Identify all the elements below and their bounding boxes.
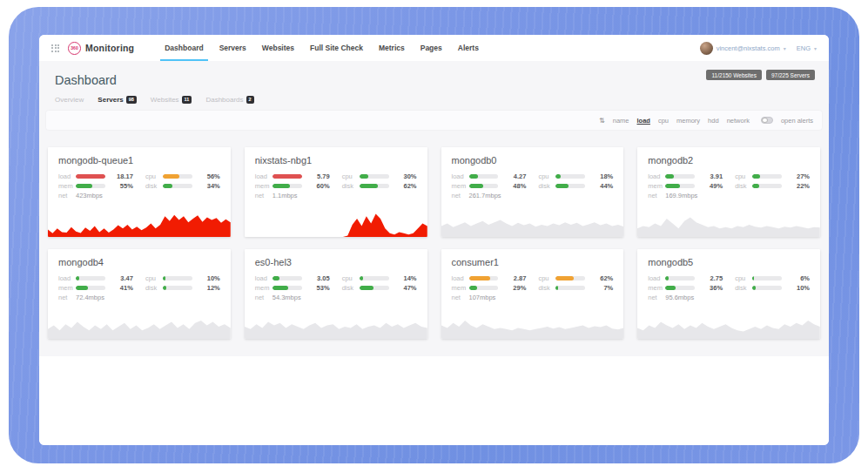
cpu-bar: [752, 174, 782, 179]
net-value: 72.4mbps: [76, 294, 104, 301]
mem-bar: [469, 286, 499, 290]
tab-servers[interactable]: Servers98: [98, 96, 136, 104]
load-value: 18.17: [111, 172, 133, 180]
nav-item-pages[interactable]: Pages: [413, 35, 450, 61]
net-value: 423mbps: [76, 192, 103, 199]
server-metrics: load 3.91 mem 49% net 169.9mbps cpu: [637, 172, 820, 200]
sort-option-load[interactable]: load: [637, 117, 650, 125]
load-bar: [273, 276, 302, 280]
server-card[interactable]: es0-hel3 load 3.05 mem 53% net 54.3mbps: [245, 249, 427, 339]
server-card[interactable]: mongodb2 load 3.91 mem 49% net 169.9mbps: [637, 147, 820, 237]
load-label: load: [58, 274, 76, 282]
server-card[interactable]: mongodb5 load 2.75 mem 36% net 95.6mbps: [637, 249, 820, 339]
server-card[interactable]: nixstats-nbg1 load 5.79 mem 60% net 1.1m…: [245, 147, 427, 237]
server-metrics: load 2.87 mem 29% net 107mbps cpu: [441, 274, 624, 302]
sparkline-chart: [441, 211, 624, 237]
nav-item-servers[interactable]: Servers: [212, 35, 254, 61]
logo[interactable]: 360 Monitoring: [68, 42, 134, 55]
server-card[interactable]: mongodb-queue1 load 18.17 mem 55% net 42…: [48, 147, 231, 237]
cpu-value: 27%: [787, 172, 810, 180]
server-card[interactable]: consumer1 load 2.87 mem 29% net 107mbps: [441, 249, 624, 339]
disk-value: 7%: [590, 284, 613, 292]
server-name: mongodb0: [441, 147, 624, 172]
load-label: load: [452, 274, 469, 282]
cpu-value: 14%: [394, 274, 417, 282]
mem-label: mem: [255, 182, 273, 190]
load-value: 2.87: [503, 274, 526, 282]
sort-icon[interactable]: ⇅: [599, 117, 605, 125]
net-value: 261.7mbps: [469, 192, 501, 199]
sort-option-hdd[interactable]: hdd: [708, 117, 719, 125]
nav-item-websites[interactable]: Websites: [254, 35, 302, 61]
disk-label: disk: [145, 284, 163, 292]
cpu-label: cpu: [342, 274, 360, 282]
disk-value: 12%: [198, 284, 220, 292]
sort-option-cpu[interactable]: cpu: [658, 117, 669, 125]
server-metrics: load 4.27 mem 48% net 261.7mbps cpu: [441, 172, 624, 200]
page-title: Dashboard: [55, 73, 117, 87]
disk-value: 10%: [787, 284, 810, 292]
dashboard-section: Dashboard 11/2150 Websites97/225 Servers…: [39, 61, 829, 356]
server-cards-grid: mongodb-queue1 load 18.17 mem 55% net 42…: [46, 130, 822, 339]
cpu-label: cpu: [145, 172, 163, 180]
apps-grid-icon[interactable]: [51, 44, 59, 52]
cpu-value: 18%: [590, 172, 613, 180]
disk-bar: [360, 286, 389, 290]
disk-value: 34%: [198, 182, 220, 190]
cpu-label: cpu: [538, 172, 555, 180]
page-header: Dashboard 11/2150 Websites97/225 Servers: [46, 61, 822, 87]
cpu-value: 56%: [198, 172, 220, 180]
disk-value: 47%: [394, 284, 417, 292]
sort-option-memory[interactable]: memory: [676, 117, 700, 125]
open-alerts-toggle[interactable]: [761, 117, 773, 124]
tab-label: Overview: [55, 96, 84, 104]
disk-bar: [752, 286, 782, 290]
tab-dashboards[interactable]: Dashboards2: [205, 96, 253, 104]
server-card[interactable]: mongodb0 load 4.27 mem 48% net 261.7mbps: [441, 147, 624, 237]
open-alerts-label[interactable]: open alerts: [781, 117, 813, 125]
sort-options: nameloadcpumemoryhddnetwork: [613, 117, 750, 125]
cpu-label: cpu: [145, 274, 163, 282]
nav-item-metrics[interactable]: Metrics: [371, 35, 413, 61]
load-value: 3.47: [111, 274, 133, 282]
summary-badges: 11/2150 Websites97/225 Servers: [706, 70, 815, 80]
sparkline-chart: [637, 211, 820, 237]
net-value: 54.3mbps: [273, 294, 301, 301]
disk-label: disk: [145, 182, 163, 190]
sparkline-chart: [48, 313, 231, 339]
tab-overview[interactable]: Overview: [55, 96, 84, 104]
chevron-down-icon: ▾: [814, 45, 817, 51]
net-label: net: [452, 192, 469, 199]
tab-websites[interactable]: Websites11: [151, 96, 192, 104]
nav-item-dashboard[interactable]: Dashboard: [157, 35, 211, 61]
mem-label: mem: [255, 284, 273, 292]
server-card[interactable]: mongodb4 load 3.47 mem 41% net 72.4mbps: [48, 249, 231, 339]
load-bar: [76, 174, 105, 179]
disk-label: disk: [342, 284, 360, 292]
disk-bar: [163, 286, 192, 290]
disk-label: disk: [735, 284, 752, 292]
avatar[interactable]: [700, 42, 713, 55]
mem-label: mem: [58, 284, 76, 292]
sort-option-name[interactable]: name: [613, 117, 629, 125]
user-email[interactable]: vincent@nixstats.com: [717, 44, 780, 52]
summary-badge[interactable]: 11/2150 Websites: [706, 70, 761, 80]
sort-filter-bar: ⇅ nameloadcpumemoryhddnetwork open alert…: [46, 111, 822, 130]
cpu-label: cpu: [538, 274, 555, 282]
summary-badge[interactable]: 97/225 Servers: [766, 70, 815, 80]
server-metrics: load 3.05 mem 53% net 54.3mbps cpu: [245, 274, 427, 302]
load-bar: [665, 174, 695, 179]
load-value: 4.27: [503, 172, 526, 180]
server-name: mongodb-queue1: [48, 147, 231, 172]
language-selector[interactable]: ENG: [797, 44, 811, 52]
sort-option-network[interactable]: network: [727, 117, 750, 125]
cpu-value: 30%: [394, 172, 417, 180]
load-label: load: [255, 172, 273, 180]
mem-bar: [469, 184, 499, 188]
server-name: es0-hel3: [245, 249, 427, 274]
mem-bar: [273, 286, 302, 290]
nav-item-full-site-check[interactable]: Full Site Check: [302, 35, 371, 61]
nav-item-alerts[interactable]: Alerts: [450, 35, 487, 61]
cpu-bar: [555, 174, 585, 179]
dashboard-tabs: OverviewServers98Websites11Dashboards2: [46, 87, 822, 111]
